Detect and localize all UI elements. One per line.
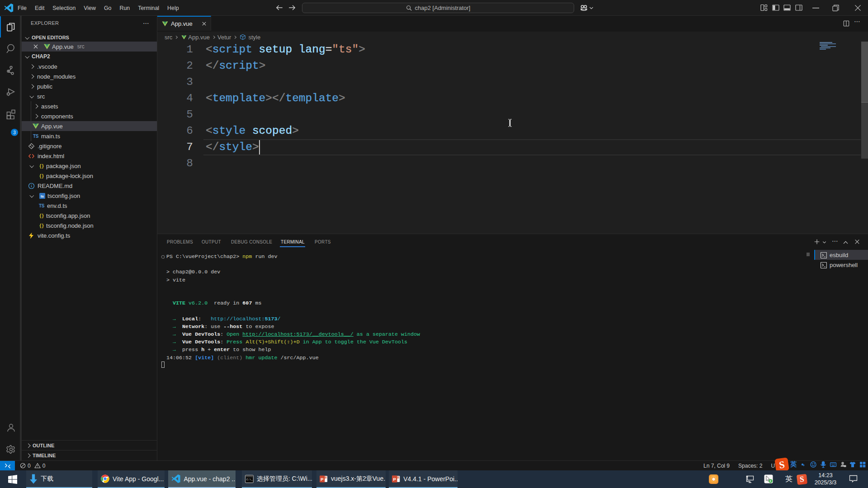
svg-text:P: P xyxy=(393,476,396,481)
svg-text:P: P xyxy=(321,476,323,481)
svg-text:ts: ts xyxy=(40,194,44,198)
svg-text:C:\_: C:\_ xyxy=(246,478,253,481)
